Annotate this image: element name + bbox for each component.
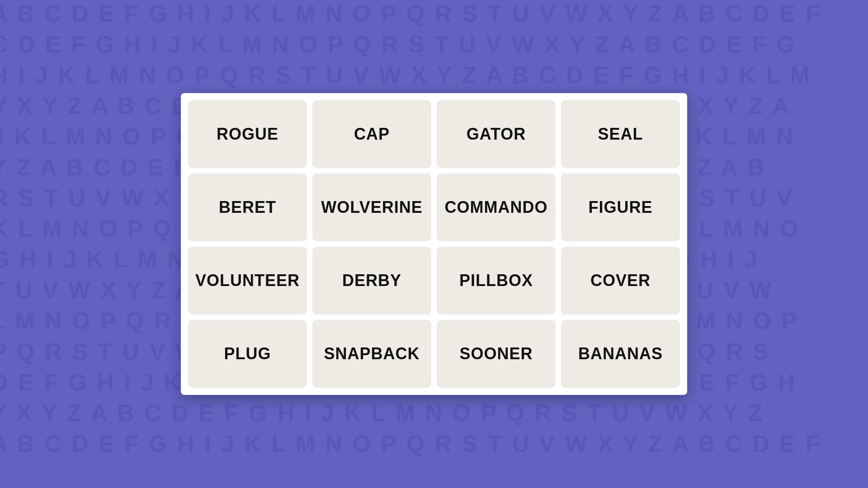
grid-cell-wolverine[interactable]: WOLVERINE <box>312 174 431 241</box>
grid-cell-cover[interactable]: COVER <box>561 247 680 314</box>
cell-label: VOLUNTEER <box>195 271 300 290</box>
grid-cell-rogue[interactable]: ROGUE <box>188 100 307 168</box>
grid-cell-volunteer[interactable]: VOLUNTEER <box>188 247 307 314</box>
cell-label: WOLVERINE <box>321 198 422 217</box>
grid-cell-gator[interactable]: GATOR <box>437 100 556 168</box>
grid-cell-seal[interactable]: SEAL <box>561 100 680 168</box>
grid-cell-pillbox[interactable]: PILLBOX <box>437 247 556 314</box>
cell-label: DERBY <box>342 271 401 290</box>
grid-cell-beret[interactable]: BERET <box>188 174 307 241</box>
grid-cell-cap[interactable]: CAP <box>312 100 431 168</box>
grid-cell-sooner[interactable]: SOONER <box>437 320 556 388</box>
cell-label: SNAPBACK <box>324 344 420 363</box>
cell-label: FIGURE <box>588 198 652 217</box>
word-grid-card: ROGUECAPGATORSEALBERETWOLVERINECOMMANDOF… <box>181 93 687 395</box>
grid-cell-bananas[interactable]: BANANAS <box>561 320 680 388</box>
grid-cell-figure[interactable]: FIGURE <box>561 174 680 241</box>
cell-label: PILLBOX <box>459 271 533 290</box>
cell-label: PLUG <box>224 344 271 363</box>
cell-label: COMMANDO <box>445 198 548 217</box>
cell-label: CAP <box>354 125 390 144</box>
cell-label: ROGUE <box>217 125 278 144</box>
cell-label: SEAL <box>598 125 643 144</box>
cell-label: COVER <box>590 271 651 290</box>
cell-label: GATOR <box>467 125 526 144</box>
cell-label: SOONER <box>459 344 533 363</box>
grid-cell-plug[interactable]: PLUG <box>188 320 307 388</box>
cell-label: BANANAS <box>578 344 663 363</box>
grid-cell-commando[interactable]: COMMANDO <box>437 174 556 241</box>
grid-cell-derby[interactable]: DERBY <box>312 247 431 314</box>
word-grid: ROGUECAPGATORSEALBERETWOLVERINECOMMANDOF… <box>188 100 680 388</box>
cell-label: BERET <box>219 198 276 217</box>
grid-cell-snapback[interactable]: SNAPBACK <box>312 320 431 388</box>
